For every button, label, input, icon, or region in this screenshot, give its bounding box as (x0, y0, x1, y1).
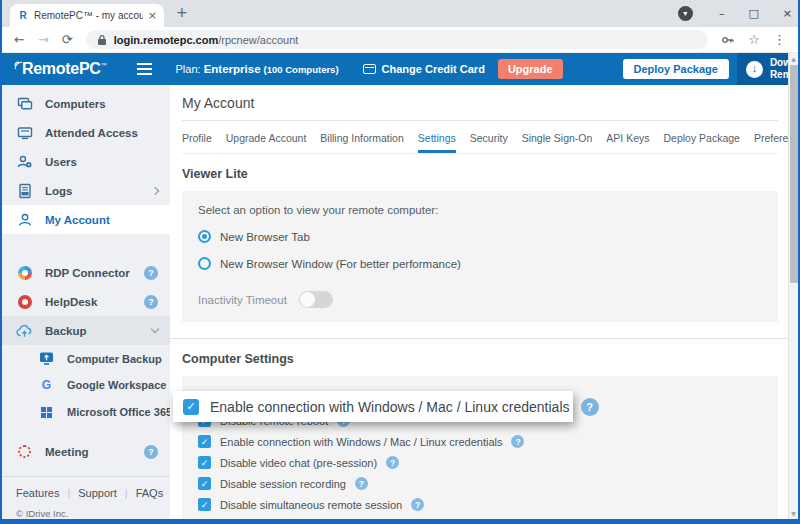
tab-security[interactable]: Security (470, 121, 508, 153)
app-header: RemotePC ™ Plan: Enterprise (100 Compute… (2, 53, 788, 85)
tab-close-icon[interactable]: × (148, 9, 157, 22)
viewer-lite-panel: Select an option to view your remote com… (182, 191, 778, 322)
features-link[interactable]: Features (16, 487, 59, 499)
back-icon[interactable]: ← (14, 33, 25, 46)
tab-deploy-package[interactable]: Deploy Package (664, 121, 740, 153)
sidebar-item-rdp-connector[interactable]: RDP Connector ? (2, 259, 170, 288)
sidebar-spacer (2, 234, 170, 259)
inactivity-timeout-row: Inactivity Timeout (198, 291, 762, 308)
setting-disable-video-chat[interactable]: ✓ Disable video chat (pre-session) ? (198, 456, 762, 469)
chevron-down-icon (151, 325, 159, 333)
help-badge-icon[interactable]: ? (511, 435, 524, 448)
help-badge-icon[interactable]: ? (144, 445, 158, 459)
address-bar[interactable]: login.remotepc.com/rpcnew/account (86, 30, 709, 49)
highlighted-setting-enable-os-credentials[interactable]: ✓ Enable connection with Windows / Mac /… (173, 391, 573, 422)
setting-disable-simultaneous-session[interactable]: ✓ Disable simultaneous remote session ? (198, 498, 762, 511)
sidebar-item-meeting[interactable]: Meeting ? (2, 437, 170, 466)
browser-window: R RemotePC™ - my account inform × + ▾ – … (0, 0, 800, 524)
help-badge-icon[interactable]: ? (386, 456, 399, 469)
forward-icon[interactable]: → (38, 33, 49, 46)
reload-icon[interactable]: ⟳ (62, 33, 73, 46)
help-badge-icon[interactable]: ? (581, 398, 599, 416)
setting-disable-session-recording[interactable]: ✓ Disable session recording ? (198, 477, 762, 490)
tab-upgrade-account[interactable]: Upgrade Account (226, 121, 307, 153)
sidebar-item-users[interactable]: Users (2, 148, 170, 177)
browser-update-icon[interactable]: ▾ (678, 6, 693, 21)
sidebar-spacer (2, 426, 170, 438)
radio-unselected-icon[interactable] (198, 257, 211, 270)
account-tabs: Profile Upgrade Account Billing Informat… (182, 121, 778, 154)
browser-urlbar: ← → ⟳ login.remotepc.com/rpcnew/account … (2, 27, 798, 53)
page-scrollbar[interactable]: ▲ ▼ (788, 53, 798, 519)
download-icon: ↓ (746, 61, 763, 78)
sidebar-footer-links: Features| Support| FAQs (2, 477, 170, 499)
browser-titlebar: R RemotePC™ - my account inform × + ▾ – … (2, 0, 798, 27)
sidebar-item-computers[interactable]: Computers (2, 90, 170, 119)
tab-settings[interactable]: Settings (418, 121, 456, 153)
help-badge-icon[interactable]: ? (355, 477, 368, 490)
computer-backup-icon (38, 351, 55, 366)
support-link[interactable]: Support (78, 487, 117, 499)
close-button[interactable]: × (783, 7, 792, 20)
logs-icon (16, 183, 33, 199)
help-badge-icon[interactable]: ? (144, 266, 158, 280)
sidebar-item-attended-access[interactable]: Attended Access (2, 119, 170, 148)
browser-tab[interactable]: R RemotePC™ - my account inform × (10, 4, 164, 27)
radio-new-browser-window[interactable]: New Browser Window (For better performan… (198, 257, 762, 270)
helpdesk-icon (18, 295, 32, 309)
url-domain: login.remotepc.com (114, 34, 219, 46)
credit-card-icon (363, 64, 376, 74)
scroll-up-icon[interactable]: ▲ (789, 55, 798, 62)
tab-api-keys[interactable]: API Keys (606, 121, 649, 153)
remotepc-logo[interactable]: RemotePC ™ (14, 60, 107, 78)
scrollbar-thumb[interactable] (790, 65, 798, 283)
scroll-down-icon[interactable]: ▼ (789, 510, 798, 517)
inactivity-timeout-toggle[interactable] (299, 291, 333, 308)
sidebar-item-helpdesk[interactable]: HelpDesk ? (2, 288, 170, 317)
setting-enable-os-credentials[interactable]: ✓ Enable connection with Windows / Mac /… (198, 435, 762, 448)
sidebar: Computers Attended Access Users Logs (2, 85, 170, 519)
tab-title: RemotePC™ - my account inform (34, 10, 143, 21)
main-content: My Account Profile Upgrade Account Billi… (170, 85, 788, 519)
checkbox-checked-icon[interactable]: ✓ (183, 399, 199, 415)
new-tab-button[interactable]: + (176, 4, 188, 20)
users-icon (16, 154, 33, 170)
microsoft-icon (41, 407, 53, 419)
maximize-button[interactable]: □ (748, 7, 758, 20)
change-credit-card-button[interactable]: Change Credit Card (363, 63, 485, 75)
sidebar-item-my-account[interactable]: My Account (2, 205, 170, 234)
attended-access-icon (16, 125, 33, 141)
sidebar-item-microsoft-office-365[interactable]: Microsoft Office 365 (2, 399, 170, 426)
sidebar-item-google-workspace[interactable]: G Google Workspace (2, 372, 170, 399)
backup-cloud-icon (16, 323, 33, 339)
sidebar-item-logs[interactable]: Logs (2, 176, 170, 205)
browser-menu-icon[interactable]: ⋮ (773, 32, 786, 47)
faqs-link[interactable]: FAQs (136, 487, 164, 499)
checkbox-checked-icon[interactable]: ✓ (198, 456, 211, 469)
checkbox-checked-icon[interactable]: ✓ (198, 498, 211, 511)
radio-selected-icon[interactable] (198, 230, 211, 243)
sidebar-item-backup[interactable]: Backup (2, 316, 170, 345)
upgrade-button[interactable]: Upgrade (498, 59, 563, 79)
deploy-package-button[interactable]: Deploy Package (623, 59, 729, 79)
checkbox-checked-icon[interactable]: ✓ (198, 477, 211, 490)
help-badge-icon[interactable]: ? (144, 295, 158, 309)
rdp-connector-icon (18, 266, 32, 280)
minimize-button[interactable]: – (719, 7, 725, 20)
url-path: /rpcnew/account (218, 34, 298, 46)
window-frame-bottom (2, 519, 798, 524)
help-badge-icon[interactable]: ? (411, 498, 424, 511)
hamburger-menu-icon[interactable] (137, 63, 152, 75)
google-g-icon: G (42, 379, 51, 391)
key-icon[interactable] (721, 33, 735, 47)
page-title: My Account (182, 85, 778, 121)
tab-billing-information[interactable]: Billing Information (320, 121, 403, 153)
tab-single-sign-on[interactable]: Single Sign-On (522, 121, 593, 153)
checkbox-checked-icon[interactable]: ✓ (198, 435, 211, 448)
radio-new-browser-tab[interactable]: New Browser Tab (198, 230, 762, 243)
computer-settings-heading: Computer Settings (182, 352, 778, 366)
sidebar-item-computer-backup[interactable]: Computer Backup (2, 345, 170, 372)
bookmark-star-icon[interactable]: ☆ (748, 32, 760, 47)
remotepc-favicon-icon: R (17, 10, 29, 22)
tab-profile[interactable]: Profile (182, 121, 212, 153)
